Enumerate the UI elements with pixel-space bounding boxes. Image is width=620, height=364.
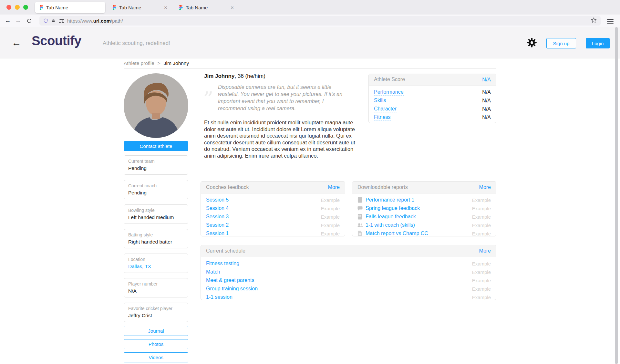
score-row: Skills N/A bbox=[374, 97, 491, 105]
schedule-link[interactable]: Match bbox=[206, 269, 220, 275]
browser-tab-1[interactable]: Tab Name bbox=[35, 2, 105, 13]
breadcrumb-divider bbox=[124, 68, 496, 69]
field-value: Pending bbox=[128, 190, 184, 196]
downloadable-reports-more-link[interactable]: More bbox=[479, 184, 491, 190]
sign-up-button[interactable]: Sign up bbox=[546, 38, 576, 48]
row-meta: Example bbox=[472, 295, 491, 300]
row-meta: Example bbox=[321, 206, 340, 211]
page-back-arrow-icon[interactable]: ← bbox=[12, 36, 21, 50]
downloadable-reports-header: Downloadable reports More bbox=[352, 182, 496, 193]
skills-link[interactable]: Skills bbox=[374, 98, 386, 104]
journal-button[interactable]: Journal bbox=[124, 326, 188, 336]
downloadable-reports-title: Downloadable reports bbox=[357, 184, 408, 190]
score-row: Performance N/A bbox=[374, 88, 491, 97]
shield-icon[interactable] bbox=[43, 18, 48, 24]
schedule-row: 1-1 session Example bbox=[206, 293, 491, 301]
field-batting-style: Batting style Right handed batter bbox=[124, 229, 188, 248]
schedule-row: Meet & greet parents Example bbox=[206, 276, 491, 285]
schedule-row: Match Example bbox=[206, 268, 491, 276]
score-value: N/A bbox=[482, 98, 491, 104]
field-label: Player number bbox=[128, 281, 184, 286]
current-schedule-panel: Current schedule More Fitness testing Ex… bbox=[201, 245, 496, 300]
breadcrumb-parent-link[interactable]: Athlete profile bbox=[124, 60, 154, 66]
athlete-score-panel: Athlete Score N/A Performance N/A Skills… bbox=[368, 74, 496, 123]
row-meta: Example bbox=[472, 261, 491, 266]
report-link[interactable]: Falls league feedback bbox=[366, 214, 416, 220]
downloadable-reports-panel: Downloadable reports More Performance re… bbox=[352, 181, 496, 236]
page-scrollbar[interactable] bbox=[615, 27, 618, 364]
session-link[interactable]: Session 4 bbox=[206, 205, 229, 211]
field-label: Current team bbox=[128, 159, 184, 164]
schedule-link[interactable]: Group training session bbox=[206, 286, 258, 292]
permissions-sliders-icon[interactable] bbox=[59, 19, 64, 23]
report-row: 1-1 with coach (skills) Example bbox=[357, 221, 491, 229]
reload-icon[interactable] bbox=[25, 17, 33, 25]
feedback-row: Session 2 Example bbox=[206, 221, 340, 229]
window-close-button[interactable] bbox=[6, 5, 11, 10]
athlete-meta: , 36 (he/him) bbox=[234, 73, 265, 79]
athlete-score-overall: N/A bbox=[482, 77, 491, 83]
schedule-row: Fitness testing Example bbox=[206, 259, 491, 268]
breadcrumb-current: Jim Johnny bbox=[164, 60, 189, 66]
current-schedule-more-link[interactable]: More bbox=[479, 248, 491, 254]
report-link[interactable]: 1-1 with coach (skills) bbox=[366, 222, 415, 228]
tab-close-icon[interactable]: × bbox=[230, 5, 234, 10]
athlete-avatar bbox=[124, 73, 188, 138]
bookmark-star-icon[interactable] bbox=[591, 17, 597, 25]
row-meta: Example bbox=[472, 231, 491, 236]
field-location: Location Dallas, TX bbox=[124, 254, 188, 273]
browser-tab-2[interactable]: Tab Name × bbox=[108, 2, 172, 13]
quote-icon: ” bbox=[203, 89, 213, 109]
session-link[interactable]: Session 1 bbox=[206, 231, 229, 236]
row-meta: Example bbox=[321, 223, 340, 228]
field-current-team: Current team Pending bbox=[124, 155, 188, 175]
character-link[interactable]: Character bbox=[374, 106, 397, 112]
report-link[interactable]: Match report vs Champ CC bbox=[366, 231, 428, 236]
schedule-link[interactable]: 1-1 session bbox=[206, 294, 232, 300]
people-icon bbox=[357, 222, 363, 228]
schedule-link[interactable]: Meet & greet parents bbox=[206, 277, 254, 283]
browser-tab-3[interactable]: Tab Name × bbox=[174, 2, 239, 13]
field-label: Location bbox=[128, 257, 184, 262]
figma-favicon-icon bbox=[112, 5, 116, 10]
row-meta: Example bbox=[472, 214, 491, 220]
row-meta: Example bbox=[472, 197, 491, 203]
coaches-feedback-more-link[interactable]: More bbox=[328, 184, 340, 190]
schedule-link[interactable]: Fitness testing bbox=[206, 261, 239, 266]
contact-athlete-button[interactable]: Contact athlete bbox=[124, 141, 188, 151]
field-label: Batting style bbox=[128, 232, 184, 237]
athlete-quote-block: ” Disposable cameras are fun, but it see… bbox=[203, 83, 355, 112]
schedule-row: Group training session Example bbox=[206, 285, 491, 293]
menu-hamburger-icon[interactable] bbox=[607, 18, 614, 24]
window-maximize-button[interactable] bbox=[23, 5, 28, 10]
report-link[interactable]: Performance report 1 bbox=[366, 197, 414, 203]
window-minimize-button[interactable] bbox=[15, 5, 20, 10]
report-row: Falls league feedback Example bbox=[357, 213, 491, 221]
feedback-row: Session 1 Example bbox=[206, 229, 340, 238]
session-link[interactable]: Session 3 bbox=[206, 214, 229, 220]
address-bar[interactable]: https://www.url.com/path/ bbox=[39, 16, 601, 26]
brand-tagline: Athletic scouting, redefined! bbox=[103, 40, 170, 47]
login-button[interactable]: Login bbox=[586, 38, 610, 48]
row-meta: Example bbox=[321, 231, 340, 236]
session-link[interactable]: Session 2 bbox=[206, 222, 229, 228]
row-meta: Example bbox=[472, 286, 491, 292]
tab-close-icon[interactable]: × bbox=[163, 5, 168, 10]
fitness-link[interactable]: Fitness bbox=[374, 114, 391, 121]
session-link[interactable]: Session 5 bbox=[206, 197, 229, 203]
comment-icon bbox=[357, 205, 363, 212]
videos-button[interactable]: Videos bbox=[124, 352, 188, 362]
field-bowling-style: Bowling style Left handed medium bbox=[124, 204, 188, 224]
performance-link[interactable]: Performance bbox=[374, 89, 404, 96]
photos-button[interactable]: Photos bbox=[124, 339, 188, 349]
athlete-score-title: Athlete Score bbox=[374, 77, 405, 83]
tab-title: Tab Name bbox=[186, 5, 227, 10]
settings-gear-icon[interactable] bbox=[527, 37, 537, 49]
forward-icon[interactable]: → bbox=[14, 17, 22, 25]
back-icon[interactable]: ← bbox=[4, 17, 12, 25]
report-link[interactable]: Spring league feedback bbox=[366, 205, 420, 211]
url-text: https://www.url.com/path/ bbox=[67, 18, 123, 24]
list-icon bbox=[357, 214, 363, 220]
score-value: N/A bbox=[482, 115, 491, 120]
location-link[interactable]: Dallas, TX bbox=[128, 264, 184, 269]
